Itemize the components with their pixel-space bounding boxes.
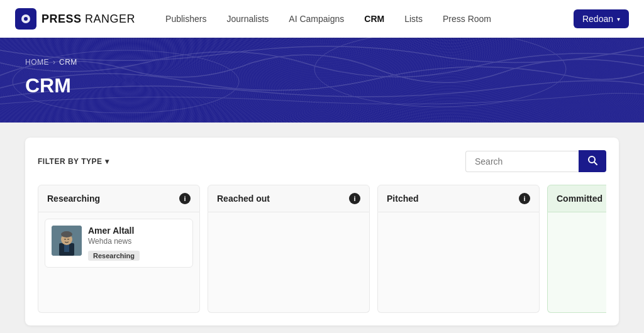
chevron-down-icon: ▾ xyxy=(617,16,620,23)
nav-lists[interactable]: Lists xyxy=(404,14,423,24)
breadcrumb: HOME › CRM xyxy=(25,58,619,67)
nav-links: Publishers Journalists AI Campaigns CRM … xyxy=(165,14,574,24)
contact-status-amer: Researching xyxy=(88,251,140,261)
info-icon-pitched[interactable]: i xyxy=(519,193,530,204)
search-icon xyxy=(587,155,597,167)
logo-text: PRESS RANGER xyxy=(42,13,135,26)
column-title-committed: Committed xyxy=(557,194,602,204)
info-icon-reached-out[interactable]: i xyxy=(349,193,360,204)
logo[interactable]: PRESS RANGER xyxy=(15,8,135,30)
column-committed: Committed i xyxy=(547,185,606,313)
filter-type-button[interactable]: FILTER BY TYPE ▾ xyxy=(38,157,109,166)
contact-name-amer: Amer Altall xyxy=(88,226,186,236)
breadcrumb-current: CRM xyxy=(59,58,77,67)
column-body-committed xyxy=(547,212,606,313)
svg-point-10 xyxy=(61,231,72,237)
svg-rect-11 xyxy=(64,239,66,240)
column-header-reached-out: Reached out i xyxy=(208,185,370,212)
column-reached-out: Reached out i xyxy=(208,185,370,313)
contact-org-amer: Wehda news xyxy=(88,237,186,246)
contact-info-amer: Amer Altall Wehda news Researching xyxy=(88,226,186,261)
logo-icon xyxy=(15,8,36,30)
search-input[interactable] xyxy=(465,151,579,172)
avatar-amer xyxy=(52,226,82,256)
nav-right: Redoan ▾ xyxy=(574,9,629,28)
breadcrumb-separator: › xyxy=(53,58,55,67)
nav-ai-campaigns[interactable]: AI Campaigns xyxy=(289,14,344,24)
column-header-pitched: Pitched i xyxy=(377,185,540,212)
search-button[interactable] xyxy=(579,150,606,172)
column-title-researching: Researching xyxy=(47,194,100,204)
search-container xyxy=(465,150,606,172)
page-title: CRM xyxy=(25,74,619,97)
avatar-image-amer xyxy=(52,226,82,256)
column-body-pitched xyxy=(377,212,540,313)
hero-banner: HOME › CRM CRM xyxy=(0,38,644,123)
nav-publishers[interactable]: Publishers xyxy=(165,14,206,24)
kanban-wrapper[interactable]: Researching i xyxy=(38,185,606,313)
crm-card: FILTER BY TYPE ▾ xyxy=(25,138,619,325)
column-header-committed: Committed i xyxy=(547,185,606,212)
column-pitched: Pitched i xyxy=(377,185,540,313)
svg-line-5 xyxy=(594,162,597,165)
nav-crm[interactable]: CRM xyxy=(364,14,384,24)
column-header-researching: Researching i xyxy=(38,185,200,212)
filter-label: FILTER BY TYPE xyxy=(38,157,103,166)
svg-rect-12 xyxy=(67,239,69,240)
filter-bar: FILTER BY TYPE ▾ xyxy=(38,150,606,172)
kanban-board: Researching i xyxy=(38,185,606,313)
contact-card-amer[interactable]: Amer Altall Wehda news Researching xyxy=(45,219,193,268)
nav-press-room[interactable]: Press Room xyxy=(443,14,491,24)
info-icon-researching[interactable]: i xyxy=(179,193,191,204)
navbar: PRESS RANGER Publishers Journalists AI C… xyxy=(0,0,644,38)
column-body-reached-out xyxy=(208,212,370,313)
filter-chevron-icon: ▾ xyxy=(105,157,109,166)
column-body-researching: Amer Altall Wehda news Researching xyxy=(38,212,200,313)
column-title-reached-out: Reached out xyxy=(217,194,270,204)
svg-point-1 xyxy=(24,17,28,21)
main-content: FILTER BY TYPE ▾ xyxy=(0,123,644,333)
user-name: Redoan xyxy=(582,14,613,24)
user-menu-button[interactable]: Redoan ▾ xyxy=(574,9,629,28)
breadcrumb-home[interactable]: HOME xyxy=(25,58,49,67)
column-researching: Researching i xyxy=(38,185,200,313)
column-title-pitched: Pitched xyxy=(387,194,419,204)
nav-journalists[interactable]: Journalists xyxy=(226,14,269,24)
